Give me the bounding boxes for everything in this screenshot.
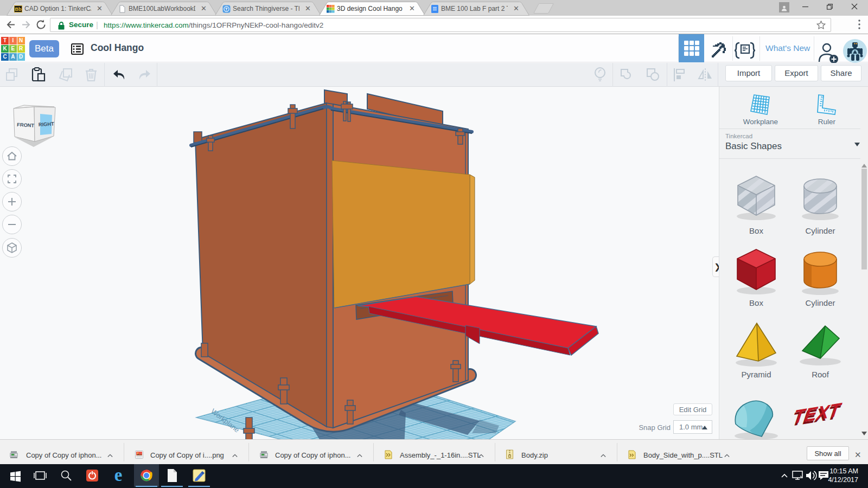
svg-text:RIGHT: RIGHT: [39, 121, 55, 127]
svg-text:TEXT: TEXT: [793, 399, 844, 427]
svg-text:FRONT: FRONT: [17, 122, 35, 129]
